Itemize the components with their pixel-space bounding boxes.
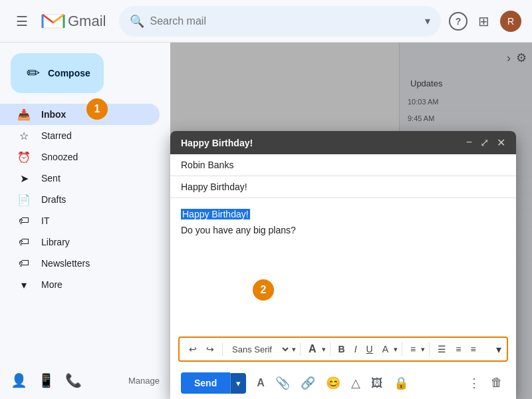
lock-icon[interactable]: 🔒 bbox=[391, 373, 411, 393]
insert-photo-icon[interactable]: 🖼 bbox=[368, 374, 386, 393]
more-options-icon[interactable]: ⋮ bbox=[466, 373, 483, 393]
expand-icon[interactable]: ⤢ bbox=[480, 136, 489, 149]
compose-body-line2: Do you have any big plans? bbox=[181, 225, 505, 235]
compose-body[interactable]: Happy Birthday! Do you have any big plan… bbox=[170, 198, 516, 331]
numbered-list-button[interactable]: ☰ bbox=[434, 341, 450, 357]
redo-button[interactable]: ↪ bbox=[202, 341, 218, 357]
drafts-label: Drafts bbox=[41, 194, 66, 205]
avatar[interactable]: R bbox=[500, 11, 521, 32]
search-icon: 🔍 bbox=[130, 14, 144, 29]
content-area: › ⚙ Updates 10:03 AM 9:45 AM 9:37 AM 9:1… bbox=[170, 43, 532, 399]
toolbar-separator-5 bbox=[429, 342, 430, 356]
gmail-logo: Gmail bbox=[41, 12, 106, 31]
add-account-icon[interactable]: 👤 bbox=[11, 372, 27, 388]
google-drive-icon[interactable]: △ bbox=[348, 373, 363, 393]
font-size-arrow-icon: ▾ bbox=[322, 345, 326, 354]
sidebar-item-sent[interactable]: ➤ Sent bbox=[0, 168, 160, 189]
italic-button[interactable]: I bbox=[350, 341, 361, 357]
sidebar-item-inbox[interactable]: 📥 Inbox bbox=[0, 104, 160, 125]
help-icon[interactable]: ? bbox=[449, 12, 467, 31]
badge-1: 1 bbox=[86, 98, 108, 120]
sidebar-item-snoozed[interactable]: ⏰ Snoozed bbox=[0, 146, 160, 168]
sidebar-item-drafts[interactable]: 📄 Drafts bbox=[0, 189, 160, 210]
sidebar-item-it[interactable]: 🏷 IT bbox=[0, 210, 160, 231]
inbox-label: Inbox bbox=[41, 109, 66, 120]
indent-button[interactable]: ≡ bbox=[466, 341, 479, 357]
sidebar-bottom-text: Manage bbox=[128, 376, 160, 386]
compose-highlighted-text: Happy Birthday! bbox=[181, 209, 250, 219]
compose-button[interactable]: ✏ Compose bbox=[11, 53, 104, 93]
compose-label: Compose bbox=[48, 68, 90, 78]
drafts-icon: 📄 bbox=[17, 194, 31, 206]
font-family-select[interactable]: Sans Serif Serif Monospace bbox=[227, 342, 291, 356]
snoozed-icon: ⏰ bbox=[17, 151, 31, 164]
compose-header-icons: − ⤢ ✕ bbox=[466, 136, 505, 149]
send-options-button[interactable]: ▾ bbox=[230, 373, 246, 394]
more-icon: ▾ bbox=[17, 279, 31, 291]
phone-icon[interactable]: 📱 bbox=[38, 372, 55, 388]
compose-body-line1: Happy Birthday! bbox=[181, 209, 505, 219]
discard-icon[interactable]: 🗑 bbox=[488, 373, 505, 393]
toolbar-separator-3 bbox=[330, 342, 331, 356]
sidebar-item-starred[interactable]: ☆ Starred bbox=[0, 125, 160, 146]
toolbar-separator-2 bbox=[300, 342, 301, 356]
align-arrow-icon: ▾ bbox=[421, 345, 425, 354]
badge-2: 2 bbox=[253, 279, 274, 301]
toolbar-more-icon[interactable]: ▾ bbox=[496, 343, 501, 356]
compose-bottom-bar: Send ▾ A 📎 🔗 😊 △ 🖼 🔒 ⋮ 🗑 bbox=[170, 367, 516, 399]
send-btn-group: Send ▾ bbox=[181, 372, 246, 394]
phone-call-icon[interactable]: 📞 bbox=[65, 372, 82, 388]
compose-toolbar: ↩ ↪ Sans Serif Serif Monospace ▾ A ▾ B I… bbox=[178, 336, 508, 362]
apps-grid-icon[interactable]: ⊞ bbox=[473, 8, 495, 35]
search-bar[interactable]: 🔍 ▾ bbox=[119, 6, 441, 37]
newsletters-label: Newsletters bbox=[41, 258, 90, 269]
library-label: Library bbox=[41, 237, 70, 247]
bottom-right-icons: ⋮ 🗑 bbox=[466, 373, 505, 393]
close-icon[interactable]: ✕ bbox=[497, 136, 505, 149]
compose-window-title: Happy Birthday! bbox=[181, 138, 253, 148]
starred-icon: ☆ bbox=[17, 130, 31, 142]
attach-file-icon[interactable]: 📎 bbox=[273, 373, 293, 393]
search-input[interactable] bbox=[150, 15, 420, 27]
library-icon: 🏷 bbox=[17, 236, 31, 248]
bold-button[interactable]: B bbox=[334, 341, 349, 357]
compose-subject-field[interactable]: Happy Birthday! bbox=[170, 176, 516, 198]
align-button[interactable]: ≡ bbox=[406, 341, 420, 357]
gmail-wordmark: Gmail bbox=[68, 13, 106, 30]
send-label: Send bbox=[192, 378, 219, 388]
bottom-icons: A 📎 🔗 😊 △ 🖼 🔒 bbox=[254, 373, 411, 393]
sidebar-bottom: 👤 📱 📞 Manage bbox=[0, 372, 170, 388]
topbar: ☰ Gmail 🔍 ▾ ? ⊞ R bbox=[0, 0, 532, 43]
compose-plus-icon: ✏ bbox=[27, 64, 40, 82]
inbox-icon: 📥 bbox=[17, 108, 31, 121]
sidebar-item-more[interactable]: ▾ More bbox=[0, 274, 160, 295]
sidebar: ✏ Compose 📥 Inbox ☆ Starred ⏰ Snoozed ➤ … bbox=[0, 43, 170, 399]
toolbar-separator bbox=[222, 342, 223, 356]
hamburger-menu-icon[interactable]: ☰ bbox=[11, 8, 33, 35]
newsletters-icon: 🏷 bbox=[17, 257, 31, 269]
search-dropdown-icon[interactable]: ▾ bbox=[425, 15, 430, 27]
text-color-button[interactable]: A bbox=[378, 341, 392, 357]
underline-button[interactable]: U bbox=[362, 341, 377, 357]
main-layout: ✏ Compose 📥 Inbox ☆ Starred ⏰ Snoozed ➤ … bbox=[0, 43, 532, 399]
undo-button[interactable]: ↩ bbox=[185, 341, 201, 357]
compose-to-value: Robin Banks bbox=[181, 160, 233, 170]
starred-label: Starred bbox=[41, 130, 72, 141]
compose-to-field[interactable]: Robin Banks bbox=[170, 154, 516, 176]
send-button[interactable]: Send bbox=[181, 372, 230, 394]
sent-label: Sent bbox=[41, 173, 61, 184]
sidebar-item-newsletters[interactable]: 🏷 Newsletters bbox=[0, 253, 160, 274]
compose-subject-value: Happy Birthday! bbox=[181, 182, 247, 192]
text-color-arrow-icon: ▾ bbox=[394, 345, 398, 354]
insert-link-icon[interactable]: 🔗 bbox=[298, 373, 318, 393]
compose-window-header[interactable]: Happy Birthday! − ⤢ ✕ bbox=[170, 131, 516, 154]
bullet-list-button[interactable]: ≡ bbox=[452, 341, 465, 357]
minimize-icon[interactable]: − bbox=[466, 136, 472, 149]
sidebar-item-library[interactable]: 🏷 Library bbox=[0, 231, 160, 253]
topbar-right: ? ⊞ R bbox=[449, 8, 521, 35]
insert-emoji-icon[interactable]: 😊 bbox=[323, 373, 343, 393]
it-label-icon: 🏷 bbox=[17, 215, 31, 227]
format-text-icon[interactable]: A bbox=[254, 374, 267, 392]
font-size-button[interactable]: A bbox=[305, 340, 321, 358]
more-label: More bbox=[41, 279, 63, 290]
